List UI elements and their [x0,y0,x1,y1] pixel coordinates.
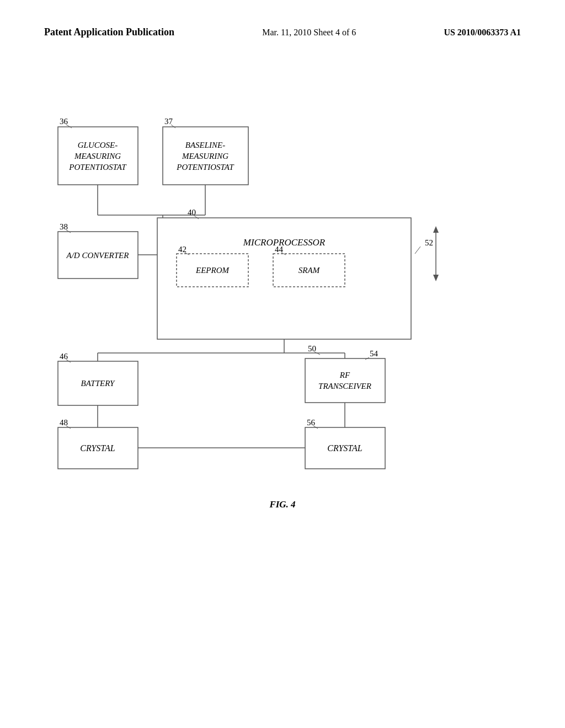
svg-text:FIG. 4: FIG. 4 [269,499,295,510]
diagram-svg: GLUCOSE- MEASURING POTENTIOSTAT 36 BASEL… [0,0,565,728]
svg-text:54: 54 [370,349,379,358]
svg-text:36: 36 [60,117,68,126]
svg-text:POTENTIOSTAT: POTENTIOSTAT [176,163,234,172]
svg-line-49 [66,426,71,429]
svg-text:40: 40 [188,208,196,217]
svg-marker-36 [433,226,439,233]
svg-rect-61 [305,427,385,469]
svg-line-24 [194,216,199,219]
svg-rect-55 [305,358,385,403]
svg-text:46: 46 [60,352,68,361]
header-date-sheet: Mar. 11, 2010 Sheet 4 of 6 [262,28,356,38]
svg-text:BASELINE-: BASELINE- [185,141,226,149]
header-patent-number: US 2010/0063373 A1 [444,28,521,38]
svg-line-59 [365,357,369,360]
svg-line-34 [415,247,420,254]
svg-text:RF: RF [339,371,350,379]
svg-line-28 [185,253,189,255]
svg-text:EEPROM: EEPROM [195,266,230,275]
svg-line-11 [171,125,175,128]
svg-rect-29 [273,254,345,287]
svg-marker-37 [433,275,439,281]
svg-text:GLUCOSE-: GLUCOSE- [78,141,118,149]
svg-text:A/D CONVERTER: A/D CONVERTER [66,251,129,260]
svg-text:50: 50 [308,344,316,353]
svg-line-54 [315,352,320,355]
svg-text:38: 38 [60,222,68,231]
svg-line-64 [313,426,318,429]
svg-rect-41 [58,361,138,405]
page-header: Patent Application Publication Mar. 11, … [0,26,565,38]
svg-text:52: 52 [425,238,433,247]
svg-line-44 [66,360,71,362]
svg-text:MEASURING: MEASURING [74,152,121,160]
svg-text:56: 56 [307,418,316,427]
svg-rect-16 [58,232,138,279]
svg-rect-25 [177,254,248,287]
svg-text:44: 44 [275,245,284,254]
svg-rect-6 [163,127,248,185]
svg-text:48: 48 [60,418,68,427]
svg-rect-46 [58,427,138,469]
svg-text:42: 42 [178,245,186,254]
svg-line-5 [66,125,72,128]
header-publication-type: Patent Application Publication [44,26,174,38]
svg-text:CRYSTAL: CRYSTAL [327,443,363,453]
svg-text:POTENTIOSTAT: POTENTIOSTAT [68,163,127,172]
svg-text:37: 37 [164,117,173,126]
svg-line-32 [281,253,286,255]
svg-rect-0 [58,127,138,185]
svg-text:MICROPROCESSOR: MICROPROCESSOR [243,237,326,248]
svg-text:MEASURING: MEASURING [182,152,228,160]
svg-line-19 [66,230,71,233]
svg-rect-21 [157,218,411,339]
svg-text:TRANSCEIVER: TRANSCEIVER [318,382,371,390]
svg-text:CRYSTAL: CRYSTAL [80,443,115,453]
svg-text:BATTERY: BATTERY [81,379,116,388]
svg-text:SRAM: SRAM [299,266,321,275]
